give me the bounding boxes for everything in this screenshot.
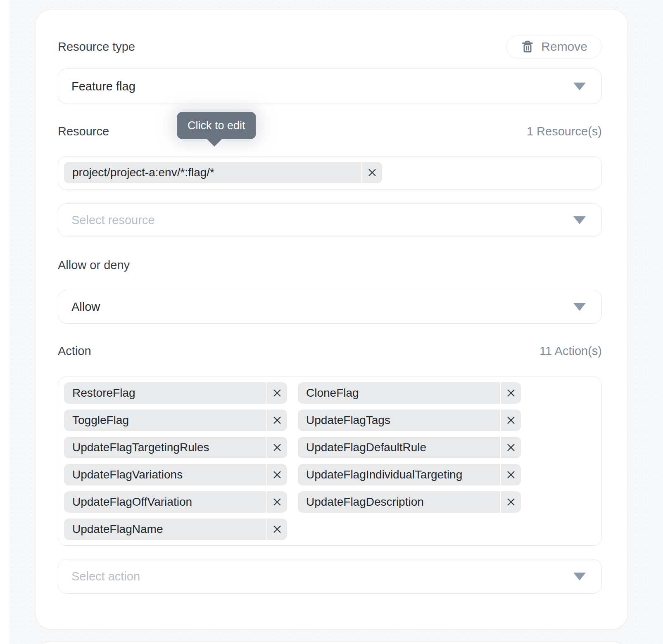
policy-statement-card: Resource type Remove Feature flag Resour… xyxy=(35,9,628,630)
chip-remove-button[interactable] xyxy=(501,464,521,485)
remove-button-label: Remove xyxy=(541,40,587,54)
action-header-row: Action 11 Action(s) xyxy=(58,344,602,358)
resource-chips-container: project/project-a:env/*:flag/* xyxy=(58,156,602,189)
close-icon xyxy=(506,442,516,453)
chip-remove-button[interactable] xyxy=(267,382,287,404)
chip-remove-button[interactable] xyxy=(501,437,521,458)
tooltip-arrow xyxy=(207,139,222,147)
chip[interactable]: RestoreFlag xyxy=(64,382,287,404)
chip-remove-button[interactable] xyxy=(267,410,287,431)
close-icon xyxy=(272,442,283,453)
chip-remove-button[interactable] xyxy=(267,491,287,513)
page-background: Resource type Remove Feature flag Resour… xyxy=(9,0,663,644)
allow-or-deny-select-value: Allow xyxy=(71,300,100,314)
chip[interactable]: UpdateFlagTags xyxy=(298,410,521,431)
close-icon xyxy=(506,388,516,398)
chip[interactable]: UpdateFlagDescription xyxy=(298,491,521,513)
chip[interactable]: UpdateFlagDefaultRule xyxy=(298,437,521,458)
resource-label: Resource xyxy=(58,124,109,138)
close-icon xyxy=(367,167,378,178)
chip-label: CloneFlag xyxy=(298,382,500,404)
close-icon xyxy=(506,415,516,426)
action-chips-container: RestoreFlag CloneFlag ToggleFlag UpdateF… xyxy=(58,376,602,546)
action-label: Action xyxy=(58,344,91,358)
chip-label: project/project-a:env/*:flag/* xyxy=(64,162,361,183)
resource-select[interactable]: Select resource xyxy=(58,203,602,237)
chevron-down-icon xyxy=(573,303,586,311)
chip[interactable]: ToggleFlag xyxy=(64,410,287,431)
resource-header-row: Resource 1 Resource(s) Click to edit xyxy=(58,124,602,138)
chip[interactable]: UpdateFlagVariations xyxy=(64,464,287,485)
chip-remove-button[interactable] xyxy=(267,437,287,458)
close-icon xyxy=(506,497,516,507)
chip[interactable]: UpdateFlagOffVariation xyxy=(64,491,287,513)
action-select-placeholder: Select action xyxy=(71,570,140,583)
chip[interactable]: UpdateFlagTargetingRules xyxy=(64,437,287,458)
resource-type-header-row: Resource type Remove xyxy=(58,35,602,58)
trash-icon xyxy=(520,40,535,54)
resource-select-placeholder: Select resource xyxy=(71,213,155,227)
chip-remove-button[interactable] xyxy=(267,519,287,540)
action-count: 11 Action(s) xyxy=(539,344,602,358)
tooltip-text: Click to edit xyxy=(188,119,245,132)
close-icon xyxy=(272,524,283,535)
chevron-down-icon xyxy=(573,216,586,224)
chip-label: UpdateFlagIndividualTargeting xyxy=(298,464,500,485)
resource-count: 1 Resource(s) xyxy=(527,124,602,138)
chip[interactable]: project/project-a:env/*:flag/* xyxy=(64,162,382,183)
close-icon xyxy=(272,497,283,507)
allow-or-deny-select[interactable]: Allow xyxy=(58,290,602,324)
close-icon xyxy=(272,388,283,398)
chip-remove-button[interactable] xyxy=(501,410,521,431)
chip-remove-button[interactable] xyxy=(501,491,521,513)
chip-label: UpdateFlagDescription xyxy=(298,491,500,513)
resource-type-select[interactable]: Feature flag xyxy=(58,69,602,104)
close-icon xyxy=(272,469,283,480)
chevron-down-icon xyxy=(573,573,586,580)
chip[interactable]: UpdateFlagIndividualTargeting xyxy=(298,464,521,485)
chip-remove-button[interactable] xyxy=(267,464,287,485)
chip-remove-button[interactable] xyxy=(362,162,382,183)
chip-label: UpdateFlagName xyxy=(64,519,266,540)
chevron-down-icon xyxy=(573,83,586,90)
chip-label: UpdateFlagTags xyxy=(298,410,500,431)
chip[interactable]: UpdateFlagName xyxy=(64,519,287,540)
chip-label: ToggleFlag xyxy=(64,410,266,431)
resource-type-label: Resource type xyxy=(58,40,135,54)
chip-label: UpdateFlagVariations xyxy=(64,464,266,485)
close-icon xyxy=(506,469,516,480)
chip-label: RestoreFlag xyxy=(64,382,266,404)
remove-button[interactable]: Remove xyxy=(506,35,602,58)
close-icon xyxy=(272,415,283,426)
chip-label: UpdateFlagDefaultRule xyxy=(298,437,500,458)
next-policy-statement-card-peek xyxy=(35,641,628,644)
click-to-edit-tooltip: Click to edit xyxy=(177,112,256,139)
chip-remove-button[interactable] xyxy=(501,382,521,404)
resource-type-select-value: Feature flag xyxy=(71,80,135,93)
action-select[interactable]: Select action xyxy=(58,559,602,594)
chip-label: UpdateFlagOffVariation xyxy=(64,491,266,513)
allow-or-deny-label: Allow or deny xyxy=(58,258,602,272)
chip[interactable]: CloneFlag xyxy=(298,382,521,404)
chip-label: UpdateFlagTargetingRules xyxy=(64,437,266,458)
